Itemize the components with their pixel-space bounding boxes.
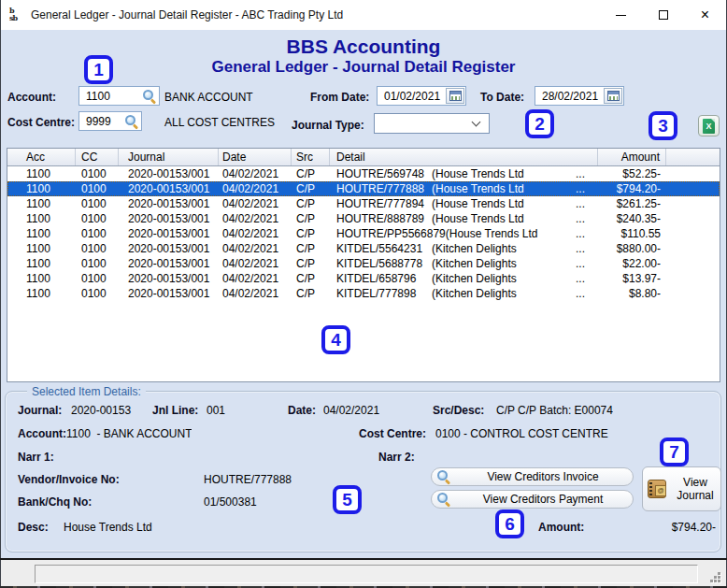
detail-src-desc-value: C/P C/P Batch: E00074 — [496, 404, 613, 417]
column-header-src[interactable]: Src — [292, 149, 330, 165]
from-date-value: 01/02/2021 — [384, 90, 446, 103]
close-icon: × — [701, 7, 709, 22]
from-date-calendar-button[interactable] — [446, 88, 464, 104]
detail-date-value: 04/02/2021 — [323, 404, 379, 417]
view-creditors-invoice-button[interactable]: View Creditors Invoice — [431, 467, 634, 486]
window-title: General Ledger - Journal Detail Register… — [31, 8, 343, 22]
detail-src-desc-label: Src/Desc: — [433, 404, 484, 417]
cell-src: C/P — [292, 226, 330, 241]
view-journal-button[interactable]: View Journal — [642, 466, 721, 511]
cell-amount: $794.20- — [598, 181, 666, 196]
cell-acc: 1100 — [7, 166, 76, 181]
cell-date: 04/02/2021 — [219, 286, 292, 301]
cell-detail: KITDEL/658796(Kitchen Delights... — [330, 271, 598, 286]
to-date-calendar-button[interactable] — [604, 88, 622, 104]
table-row[interactable]: 110001002020-00153/00104/02/2021C/PKITDE… — [7, 271, 720, 286]
cell-journal: 2020-00153/001 — [119, 241, 219, 256]
cell-acc: 1100 — [7, 286, 76, 301]
journal-type-select[interactable] — [374, 113, 490, 134]
cell-detail: HOUTRE/888789(House Trends Ltd... — [330, 211, 598, 226]
annotation-1: 1 — [84, 55, 113, 84]
selected-item-details-panel: Selected Item Details: Journal: 2020-001… — [5, 391, 721, 552]
cell-filler — [666, 271, 720, 286]
annotation-6: 6 — [495, 509, 524, 538]
app-icon: bsb — [9, 7, 26, 23]
table-row[interactable]: 110001002020-00153/00104/02/2021C/PKITDE… — [7, 256, 720, 271]
annotation-4: 4 — [321, 325, 350, 354]
cell-amount: $8.80- — [598, 286, 666, 301]
journal-table-body: 110001002020-00153/00104/02/2021C/PHOUTR… — [7, 166, 720, 301]
cell-date: 04/02/2021 — [219, 226, 292, 241]
view-creditors-payment-button[interactable]: View Creditors Payment — [431, 490, 634, 509]
detail-desc-label: Desc: — [18, 521, 49, 534]
excel-export-button[interactable]: X — [698, 115, 720, 136]
cell-filler — [666, 286, 720, 301]
cell-src: C/P — [292, 166, 330, 181]
from-date-input[interactable]: 01/02/2021 — [377, 86, 466, 106]
close-button[interactable]: × — [684, 0, 726, 30]
cell-filler — [666, 181, 720, 196]
title-bar: bsb General Ledger - Journal Detail Regi… — [1, 0, 726, 30]
detail-narr1-label: Narr 1: — [18, 451, 54, 464]
column-header-acc[interactable]: Acc — [7, 149, 76, 165]
annotation-2: 2 — [525, 109, 554, 138]
annotation-7: 7 — [660, 437, 689, 466]
journal-table: Acc CC Journal Date Src Detail Amount 11… — [7, 148, 720, 382]
journal-type-label: Journal Type: — [292, 119, 364, 132]
table-row[interactable]: 110001002020-00153/00104/02/2021C/PHOUTR… — [7, 226, 720, 241]
cell-filler — [666, 166, 720, 181]
cell-cc: 0100 — [76, 196, 119, 211]
cell-detail: HOUTRE/569748(House Trends Ltd... — [330, 166, 598, 181]
detail-bank-chq-value: 01/500381 — [204, 495, 257, 509]
cell-acc: 1100 — [7, 271, 76, 286]
table-row[interactable]: 110001002020-00153/00104/02/2021C/PHOUTR… — [7, 181, 720, 196]
to-date-input[interactable]: 28/02/2021 — [535, 86, 624, 106]
resize-grip-icon[interactable] — [707, 569, 720, 582]
status-bar — [1, 560, 726, 586]
journal-book-icon — [648, 480, 666, 498]
cell-cc: 0100 — [76, 226, 119, 241]
column-header-date[interactable]: Date — [219, 149, 292, 165]
from-date-label: From Date: — [310, 91, 369, 104]
table-row[interactable]: 110001002020-00153/00104/02/2021C/PHOUTR… — [7, 196, 720, 211]
account-desc: BANK ACCOUNT — [164, 91, 253, 104]
cell-acc: 1100 — [7, 226, 76, 241]
cell-cc: 0100 — [76, 166, 119, 181]
cost-centre-lookup-icon[interactable] — [125, 115, 138, 128]
cell-date: 04/02/2021 — [219, 241, 292, 256]
cell-journal: 2020-00153/001 — [119, 256, 219, 271]
cell-detail: KITDEL/5564231(Kitchen Delights... — [330, 241, 598, 256]
cell-cc: 0100 — [76, 271, 119, 286]
cell-amount: $13.97- — [598, 271, 666, 286]
cell-amount: $240.35- — [598, 211, 666, 226]
account-lookup-icon[interactable] — [143, 90, 156, 103]
detail-journal-value: 2020-00153 — [71, 404, 144, 417]
maximize-button[interactable] — [642, 0, 684, 30]
minimize-button[interactable] — [600, 0, 642, 30]
cell-filler — [666, 256, 720, 271]
cell-detail: KITDEL/5688778(Kitchen Delights... — [330, 256, 598, 271]
cell-date: 04/02/2021 — [219, 256, 292, 271]
detail-jnl-line-value: 001 — [207, 404, 225, 417]
table-row[interactable]: 110001002020-00153/00104/02/2021C/PHOUTR… — [7, 211, 720, 226]
cell-date: 04/02/2021 — [219, 196, 292, 211]
table-row[interactable]: 110001002020-00153/00104/02/2021C/PHOUTR… — [7, 166, 720, 181]
cost-centre-input[interactable]: 9999 — [78, 111, 142, 131]
cell-journal: 2020-00153/001 — [119, 166, 219, 181]
chevron-down-icon — [472, 117, 481, 126]
column-header-journal[interactable]: Journal — [119, 149, 219, 165]
table-row[interactable]: 110001002020-00153/00104/02/2021C/PKITDE… — [7, 286, 720, 301]
column-header-amount[interactable]: Amount — [598, 149, 666, 165]
cell-cc: 0100 — [76, 241, 119, 256]
to-date-label: To Date: — [480, 91, 524, 104]
cell-acc: 1100 — [7, 181, 76, 196]
app-title: BBS Accounting — [0, 36, 727, 58]
detail-vendor-invoice-value: HOUTRE/777888 — [204, 473, 292, 486]
cell-src: C/P — [292, 256, 330, 271]
column-header-detail[interactable]: Detail — [330, 149, 598, 165]
detail-journal-label: Journal: — [18, 404, 62, 417]
table-row[interactable]: 110001002020-00153/00104/02/2021C/PKITDE… — [7, 241, 720, 256]
account-input[interactable]: 1100 — [78, 86, 160, 106]
column-header-cc[interactable]: CC — [76, 149, 119, 165]
cell-amount: $22.00- — [598, 256, 666, 271]
